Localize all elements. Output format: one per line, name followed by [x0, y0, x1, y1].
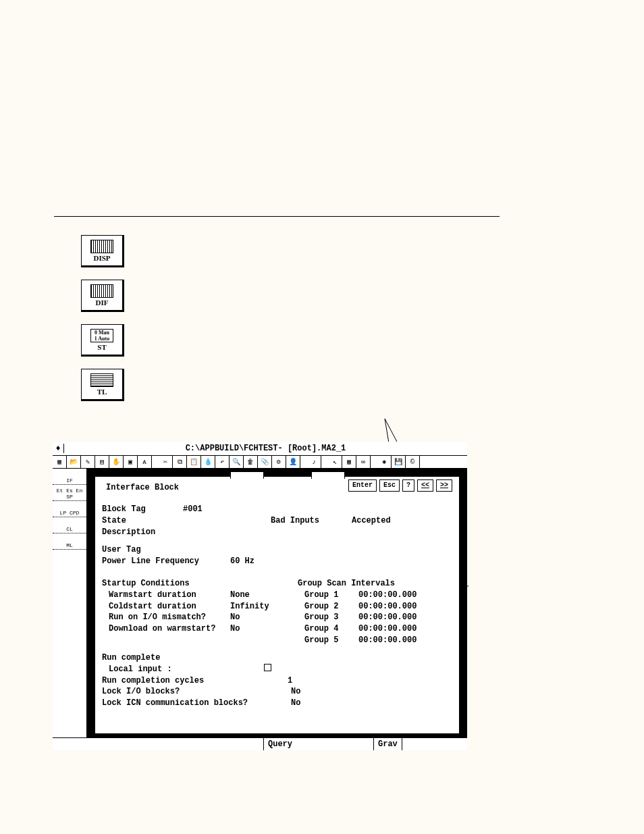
- tb-zoom-icon[interactable]: 🔍: [230, 456, 244, 468]
- dif-label: DIF: [96, 298, 109, 307]
- tb-link-icon[interactable]: ∞: [356, 456, 371, 468]
- title-bar: ♦ C:\APPBUILD\FCHTEST- [Root].MA2_1: [53, 442, 467, 456]
- interface-block-dialog: Interface Block Enter Esc ? << >> Block …: [95, 477, 459, 733]
- g1-value[interactable]: 00:00:00.000: [358, 590, 417, 601]
- sidebar-lp[interactable]: LP CPD: [53, 501, 86, 517]
- state-label: State: [102, 515, 271, 527]
- tb-trash-icon[interactable]: 🗑: [244, 456, 258, 468]
- local-input-checkbox[interactable]: [264, 664, 271, 671]
- tb-open-icon[interactable]: 📂: [67, 456, 81, 468]
- toolbar: ▦ 📂 ✎ ▤ ✋ ▣ ᴀ ✂ ⧉ 📋 💧 ↶ 🔍 🗑 📎 ⚙ 👤 ♪ ↖ ▦ …: [53, 456, 467, 469]
- g3-value[interactable]: 00:00:00.000: [358, 612, 417, 623]
- sidebar-if[interactable]: IF: [53, 469, 86, 485]
- tb-undo-icon[interactable]: ↶: [215, 456, 230, 468]
- block-tag-label: Block Tag: [102, 504, 183, 515]
- g4-value[interactable]: 00:00:00.000: [358, 623, 417, 635]
- tb-gear-icon[interactable]: ⚙: [272, 456, 286, 468]
- tb-copy-icon[interactable]: ⧉: [173, 456, 187, 468]
- app-window: ♦ C:\APPBUILD\FCHTEST- [Root].MA2_1 ▦ 📂 …: [53, 442, 467, 750]
- run-cycles-label: Run completion cycles: [102, 675, 288, 687]
- disp-label: DISP: [93, 254, 110, 262]
- st-label: ST: [97, 343, 106, 351]
- help-button[interactable]: ?: [402, 479, 414, 492]
- window-title: C:\APPBUILD\FCHTEST- [Root].MA2_1: [64, 444, 467, 453]
- disp-button[interactable]: DISP: [81, 235, 124, 267]
- monitor-icon: [90, 240, 113, 253]
- iomismatch-label: Run on I/O mismatch?: [109, 612, 230, 623]
- local-input-label: Local input :: [109, 664, 264, 675]
- icon-stack: DISP DIF 0 Man 1 Auto ST TL: [81, 235, 124, 401]
- dif-button[interactable]: DIF: [81, 280, 124, 312]
- printer-icon: [90, 373, 113, 387]
- tl-label: TL: [97, 388, 107, 396]
- iomismatch-value[interactable]: No: [230, 612, 240, 623]
- next-button[interactable]: >>: [436, 479, 452, 492]
- coldstart-label: Coldstart duration: [109, 601, 230, 613]
- tb-disk-icon[interactable]: ▦: [53, 456, 67, 468]
- user-tag-label: User Tag: [102, 544, 141, 556]
- tb-grid-icon[interactable]: ▦: [342, 456, 356, 468]
- startup-heading: Startup Conditions: [102, 578, 269, 590]
- tb-note-icon[interactable]: ♪: [307, 456, 321, 468]
- tab-handle-2[interactable]: [311, 471, 345, 479]
- tb-user-icon[interactable]: 👤: [286, 456, 300, 468]
- bad-inputs-value[interactable]: Accepted: [352, 515, 391, 527]
- dialog-tabs: [230, 471, 345, 479]
- tb-save-icon[interactable]: 💾: [392, 456, 406, 468]
- tb-hand-icon[interactable]: ✋: [109, 456, 124, 468]
- warmstart-value[interactable]: None: [230, 590, 250, 601]
- tb-cursor-icon[interactable]: ↖: [328, 456, 342, 468]
- warmstart-label: Warmstart duration: [109, 590, 230, 601]
- sidebar-cl[interactable]: CL: [53, 517, 86, 533]
- g2-label: Group 2: [304, 601, 358, 613]
- tb-stack-icon[interactable]: ▤: [95, 456, 109, 468]
- dlwarm-label: Download on warmstart?: [109, 623, 230, 635]
- plf-value[interactable]: 60 Hz: [230, 556, 254, 567]
- description-label: Description: [102, 527, 155, 538]
- tb-drop-icon[interactable]: 💧: [201, 456, 215, 468]
- lock-icn-value[interactable]: No: [291, 698, 300, 709]
- prev-button[interactable]: <<: [417, 479, 433, 492]
- horizontal-rule: [54, 216, 500, 217]
- content-frame: Interface Block Enter Esc ? << >> Block …: [87, 469, 467, 737]
- g5-label: Group 5: [304, 635, 358, 646]
- plf-label: Power Line Frequency: [102, 556, 230, 567]
- tab-handle-1[interactable]: [230, 471, 264, 479]
- manauto-icon: 0 Man 1 Auto: [90, 329, 113, 342]
- tb-clip-icon[interactable]: 📎: [258, 456, 272, 468]
- st-button[interactable]: 0 Man 1 Auto ST: [81, 324, 124, 357]
- status-grav: Grav: [374, 738, 402, 750]
- coldstart-value[interactable]: Infinity: [230, 601, 269, 613]
- scan-heading: Group Scan Intervals: [298, 578, 417, 590]
- g2-value[interactable]: 00:00:00.000: [358, 601, 417, 613]
- tb-cut-icon[interactable]: ✂: [159, 456, 173, 468]
- dlwarm-value[interactable]: No: [230, 623, 240, 635]
- tb-bug-icon[interactable]: ✱: [377, 456, 392, 468]
- sidebar-et[interactable]: Et Es En SP: [53, 485, 86, 501]
- bad-inputs-label: Bad Inputs: [271, 515, 352, 527]
- g3-label: Group 3: [304, 612, 358, 623]
- system-menu-icon[interactable]: ♦: [53, 444, 64, 453]
- sidebar-ml[interactable]: ML: [53, 533, 86, 550]
- g4-label: Group 4: [304, 623, 358, 635]
- status-spacer: [53, 738, 264, 750]
- status-bar: Query Grav: [53, 737, 467, 750]
- lock-icn-label: Lock ICN communication blocks?: [102, 698, 291, 709]
- block-tag-value[interactable]: #001: [183, 504, 203, 515]
- tb-abc-icon[interactable]: ᴀ: [138, 456, 152, 468]
- tb-tag-icon[interactable]: ▣: [124, 456, 138, 468]
- tool-sidebar: IF Et Es En SP LP CPD CL ML: [53, 469, 87, 737]
- g1-label: Group 1: [304, 590, 358, 601]
- status-query: Query: [264, 738, 374, 750]
- run-complete-label: Run complete: [102, 652, 300, 664]
- run-cycles-value[interactable]: 1: [288, 675, 292, 687]
- dialog-controls: Enter Esc ? << >>: [348, 479, 452, 492]
- tb-paste-icon[interactable]: 📋: [187, 456, 201, 468]
- esc-button[interactable]: Esc: [379, 479, 400, 492]
- tb-copyright-icon[interactable]: ©: [406, 456, 420, 468]
- tb-edit-icon[interactable]: ✎: [81, 456, 95, 468]
- g5-value[interactable]: 00:00:00.000: [358, 635, 417, 646]
- enter-button[interactable]: Enter: [348, 479, 377, 492]
- lock-io-value[interactable]: No: [291, 686, 300, 698]
- tl-button[interactable]: TL: [81, 369, 124, 401]
